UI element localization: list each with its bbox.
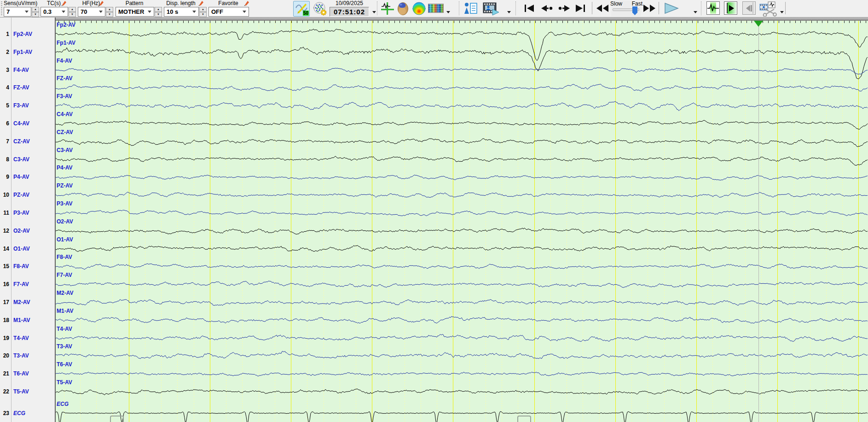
time-cursor-line	[758, 21, 759, 422]
time-marker[interactable]	[754, 21, 763, 27]
montage-setup-button[interactable]	[311, 1, 328, 16]
notch-filter-button[interactable]: 50	[293, 1, 310, 17]
channel-row-F4-AV[interactable]: 3F4-AV	[0, 66, 55, 74]
tc-spin-up[interactable]: ▲	[69, 7, 76, 12]
trace-label-T4-AV: T4-AV	[57, 326, 72, 332]
channel-label: C4-AV	[13, 120, 29, 127]
trace-label-C3-AV: C3-AV	[57, 147, 73, 153]
disp-length-spin-up[interactable]: ▲	[199, 7, 207, 12]
channel-row-ECG[interactable]: 23ECG	[0, 410, 55, 417]
separator	[785, 2, 786, 14]
time-ruler	[56, 18, 868, 21]
notch-frequency-badge: 50	[303, 11, 309, 16]
disp-length-spin-down[interactable]: ▼	[199, 12, 207, 17]
fast-forward-button[interactable]	[642, 1, 656, 16]
channel-row-P3-AV[interactable]: 11P3-AV	[0, 209, 55, 217]
channel-row-O1-AV[interactable]: 14O1-AV	[0, 245, 55, 252]
prev-page-button[interactable]	[539, 1, 554, 16]
spectrogram-dropdown-arrow[interactable]	[446, 11, 450, 14]
sens-spin-up[interactable]: ▲	[32, 7, 39, 12]
hf-spin-down[interactable]: ▼	[106, 12, 113, 17]
channel-row-F7-AV[interactable]: 16F7-AV	[0, 281, 55, 288]
play-from-cursor-button[interactable]	[724, 1, 737, 15]
channel-label: F3-AV	[13, 102, 29, 109]
speed-slider[interactable]: Slow Fast	[611, 1, 641, 16]
channel-row-F8-AV[interactable]: 15F8-AV	[0, 263, 55, 270]
trace-label-O2-AV: O2-AV	[57, 218, 73, 225]
channel-row-P4-AV[interactable]: 9P4-AV	[0, 173, 55, 181]
topo-map-button[interactable]	[411, 1, 427, 16]
go-last-button[interactable]	[574, 1, 587, 16]
disp-length-combo[interactable]: 10 s	[164, 7, 199, 17]
channel-row-F3-AV[interactable]: 5F3-AV	[0, 102, 55, 109]
event-marker-button[interactable]	[381, 1, 394, 16]
tc-combo[interactable]: 0.3	[41, 7, 68, 17]
channel-label: M2-AV	[13, 299, 30, 305]
channel-row-M1-AV[interactable]: 18M1-AV	[0, 316, 55, 324]
hf-combo[interactable]: 70	[78, 7, 105, 17]
channel-row-T4-AV[interactable]: 19T4-AV	[0, 334, 55, 342]
channel-row-C4-AV[interactable]: 6C4-AV	[0, 120, 55, 127]
event-annotation-box[interactable]	[110, 416, 124, 422]
tc-group: TC(s) 0.3	[41, 0, 67, 17]
slider-thumb[interactable]	[632, 6, 637, 15]
rewind-button[interactable]	[596, 1, 609, 16]
pencil-icon[interactable]	[61, 0, 67, 6]
channel-row-T5-AV[interactable]: 22T5-AV	[0, 388, 55, 395]
pencil-icon[interactable]	[98, 0, 104, 6]
trace-label-T6-AV: T6-AV	[57, 361, 72, 368]
play-cursor-icon	[725, 2, 736, 14]
trace-label-P4-AV: P4-AV	[57, 164, 72, 171]
next-page-button[interactable]	[557, 1, 572, 16]
sens-combo[interactable]: 7	[4, 7, 31, 17]
channel-label: T4-AV	[13, 335, 29, 341]
event-annotation-box[interactable]	[517, 416, 531, 422]
spectrogram-button[interactable]	[428, 1, 444, 16]
channel-row-O2-AV[interactable]: 12O2-AV	[0, 227, 55, 234]
clip-video-button[interactable]	[759, 1, 779, 17]
montage-setup-icon	[312, 1, 327, 16]
channel-row-Fp1-AV[interactable]: 2Fp1-AV	[0, 48, 55, 56]
video-button[interactable]	[482, 1, 500, 16]
channel-row-C3-AV[interactable]: 8C3-AV	[0, 156, 55, 163]
clip-icon	[759, 1, 779, 17]
channel-row-Fp2-AV[interactable]: 1Fp2-AV	[0, 30, 55, 38]
tc-spin-down[interactable]: ▼	[69, 12, 76, 17]
favorite-combo[interactable]: OFF	[208, 7, 249, 17]
disp-length-label: Disp. length	[164, 0, 198, 6]
clip-dropdown-arrow[interactable]	[780, 11, 784, 14]
channel-label: C3-AV	[13, 156, 29, 163]
toolbar-grip[interactable]	[1, 1, 2, 15]
pattern-spin-down[interactable]: ▼	[155, 12, 162, 17]
trace-label-CZ-AV: CZ-AV	[57, 129, 73, 135]
channel-row-T6-AV[interactable]: 21T6-AV	[0, 370, 55, 377]
video-dropdown-arrow[interactable]	[507, 11, 511, 14]
eeg-segment-button[interactable]	[706, 1, 720, 15]
channel-row-CZ-AV[interactable]: 7CZ-AV	[0, 138, 55, 145]
channel-number: 22	[0, 388, 9, 395]
channel-row-FZ-AV[interactable]: 4FZ-AV	[0, 84, 55, 91]
datetime-display: 10/09/2025 07:51:02	[329, 0, 370, 17]
pencil-icon[interactable]	[198, 0, 204, 6]
channel-row-PZ-AV[interactable]: 10PZ-AV	[0, 191, 55, 199]
hf-spin-up[interactable]: ▲	[106, 7, 113, 12]
play-button[interactable]	[663, 1, 680, 16]
pattern-label: Pattern	[116, 0, 153, 6]
channel-label: T6-AV	[13, 370, 29, 377]
pattern-combo[interactable]: MOTHER	[116, 7, 154, 17]
go-first-button[interactable]	[523, 1, 536, 16]
topo-map-icon	[412, 1, 426, 16]
separator	[515, 1, 516, 15]
channel-label: T3-AV	[13, 352, 29, 359]
channel-number: 12	[0, 228, 9, 234]
sens-spin-down[interactable]: ▼	[32, 12, 39, 17]
pencil-icon[interactable]	[243, 0, 249, 6]
datetime-dropdown-arrow[interactable]	[372, 11, 376, 14]
step-back-button-disabled[interactable]	[742, 1, 756, 15]
head-3d-button[interactable]	[395, 1, 410, 16]
patient-info-button[interactable]	[463, 1, 478, 16]
play-dropdown-arrow[interactable]	[693, 11, 697, 14]
pattern-spin-up[interactable]: ▲	[155, 7, 162, 12]
channel-row-T3-AV[interactable]: 20T3-AV	[0, 352, 55, 359]
channel-row-M2-AV[interactable]: 17M2-AV	[0, 299, 55, 306]
